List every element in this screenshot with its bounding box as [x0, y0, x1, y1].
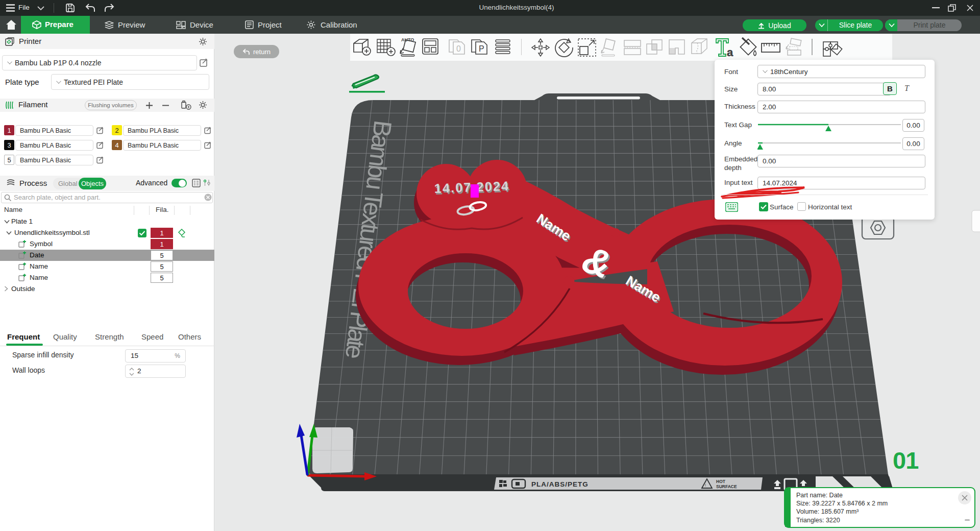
svg-text:01: 01 [893, 447, 918, 474]
svg-text:PLA/ABS/PETG: PLA/ABS/PETG [531, 480, 589, 488]
svg-text:a: a [727, 46, 733, 58]
svg-text:HOT: HOT [716, 479, 726, 484]
svg-text:P: P [479, 44, 484, 53]
svg-text:0: 0 [456, 44, 461, 53]
svg-text:!: ! [705, 484, 706, 487]
svg-text:SURFACE: SURFACE [716, 484, 737, 489]
